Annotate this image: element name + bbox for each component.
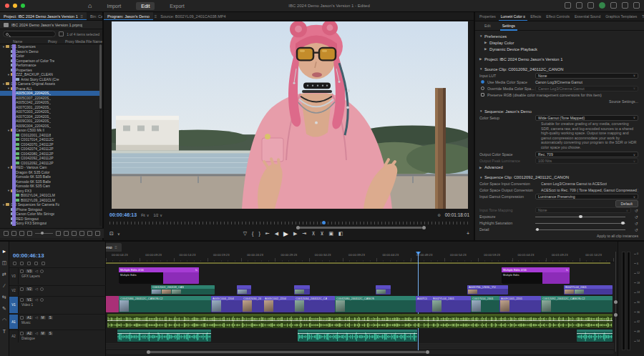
play-button[interactable]: ▶ bbox=[283, 230, 288, 237]
new-item-icon[interactable] bbox=[87, 231, 92, 236]
compact-track-a5[interactable] bbox=[106, 347, 614, 349]
graphics-clip[interactable]: Multiple Edits 4:56fxMultiple Edits bbox=[119, 267, 199, 284]
video-clip[interactable]: A009C001_2201 bbox=[499, 296, 541, 312]
video-clip[interactable]: C0012092_240112C_CANON.C2 bbox=[541, 296, 613, 312]
eye-icon[interactable] bbox=[40, 298, 44, 302]
tab-source[interactable]: Source: B002YL09_2401CA038.MP4 bbox=[157, 12, 229, 21]
video-clip[interactable] bbox=[106, 296, 119, 312]
project-file-row[interactable]: IBC 2024 Demo Jason's Version 1.prproj bbox=[0, 21, 102, 29]
video-clip[interactable]: B002YL04_2401 bbox=[431, 296, 471, 312]
target-icon[interactable]: ◁ bbox=[35, 287, 38, 291]
icon-view-icon[interactable] bbox=[19, 231, 24, 236]
export-frame-button[interactable]: ▣ bbox=[328, 230, 333, 237]
zoom-level-dropdown[interactable]: Fit∨ bbox=[141, 213, 149, 217]
video-clip[interactable]: C0042080_240112C_CANON bbox=[335, 296, 416, 312]
tab-text[interactable]: Text bbox=[640, 12, 644, 21]
track-badge[interactable]: V1 bbox=[26, 298, 33, 302]
source-patch-v2[interactable]: V2 bbox=[9, 286, 19, 295]
volume-rubber-band[interactable] bbox=[107, 320, 401, 321]
tab-program[interactable]: Program: Jason's Demo bbox=[104, 12, 153, 21]
track-name[interactable]: GFX Layers bbox=[21, 275, 104, 278]
track-name[interactable]: Music bbox=[21, 321, 104, 325]
lock-icon[interactable] bbox=[20, 332, 24, 335]
reset-icon[interactable]: ↺ bbox=[631, 208, 638, 213]
track-select-tool[interactable]: ◫ bbox=[2, 260, 7, 266]
go-to-out-button[interactable]: ⇥ bbox=[302, 230, 306, 237]
target-icon[interactable]: ◁ bbox=[35, 269, 38, 273]
dropdown[interactable]: Luminance Preserving∨ bbox=[535, 194, 638, 199]
slider-handle[interactable] bbox=[536, 228, 540, 232]
window-controls[interactable] bbox=[5, 4, 25, 8]
timeline-ruler[interactable]: 00:00:04:2300:00:09:2300:00:14:2300:00:1… bbox=[106, 252, 614, 262]
search-input[interactable] bbox=[3, 31, 56, 37]
track-badge[interactable]: A2 bbox=[26, 332, 33, 335]
slider[interactable] bbox=[535, 217, 625, 217]
solo-button[interactable]: S bbox=[48, 316, 53, 320]
tab-effect-controls[interactable]: Effect Controls bbox=[544, 12, 572, 21]
video-clip[interactable]: C0017014_2401 bbox=[471, 296, 499, 312]
upload-icon[interactable] bbox=[576, 2, 582, 9]
video-clip[interactable] bbox=[376, 285, 391, 295]
tab-essential-sound[interactable]: Essential Sound bbox=[572, 12, 602, 21]
freeform-view-icon[interactable] bbox=[27, 231, 32, 236]
volume-rubber-band[interactable] bbox=[401, 320, 613, 321]
project-tab-1[interactable]: Bin: Canon C500 Mk II bbox=[87, 12, 102, 21]
find-icon[interactable] bbox=[72, 231, 77, 236]
new-bin-icon[interactable] bbox=[79, 231, 84, 236]
solo-button[interactable]: S bbox=[48, 332, 53, 335]
link-apply-to-all-clip-instances[interactable]: Apply to all clip instances bbox=[597, 234, 638, 238]
dialogue-audio-clip[interactable] bbox=[577, 330, 613, 342]
go-to-in-button[interactable]: ⇤ bbox=[265, 230, 270, 237]
target-icon[interactable]: ◁ bbox=[35, 297, 38, 302]
dropdown[interactable]: Canon Log3/Cinema Gamut∨ bbox=[535, 86, 638, 92]
tab-graphics-templates[interactable]: Graphics Templates bbox=[603, 12, 639, 21]
video-clip[interactable]: C0042084_240112C_CANON.C2 bbox=[119, 296, 211, 312]
sort-icon[interactable] bbox=[56, 231, 61, 236]
radio-button[interactable] bbox=[481, 80, 484, 84]
workspaces-icon[interactable] bbox=[587, 2, 594, 9]
panel-menu-icon[interactable]: ≡ bbox=[79, 14, 83, 19]
section-header[interactable]: ▼Preferences bbox=[479, 33, 638, 39]
target-icon[interactable]: ◁ bbox=[35, 331, 38, 335]
slider-handle[interactable] bbox=[579, 215, 582, 219]
scrollbar-handle-right[interactable] bbox=[426, 350, 429, 354]
sequence-timecode[interactable]: 00:00:46:13 bbox=[13, 252, 44, 259]
timeline-settings-icon[interactable] bbox=[42, 262, 45, 265]
section-header[interactable]: ▶Dynamic Device Playback bbox=[479, 46, 638, 52]
monitor-playhead[interactable] bbox=[322, 221, 326, 224]
add-panel-button[interactable]: + bbox=[467, 230, 469, 237]
dialogue-audio-clip[interactable] bbox=[117, 330, 211, 342]
reset-icon[interactable]: ↺ bbox=[631, 214, 638, 219]
type-tool[interactable]: T bbox=[3, 329, 6, 335]
section-header[interactable]: ▼Sequence Clip: C0012092_240112C_CANON bbox=[479, 174, 638, 181]
horizontal-scrollbar[interactable] bbox=[106, 350, 614, 354]
track-badge[interactable]: V3 bbox=[26, 270, 33, 273]
resize-icon[interactable] bbox=[622, 2, 628, 9]
scrollbar-handle-left[interactable] bbox=[147, 350, 150, 354]
video-clip[interactable]: A005C004_2204 bbox=[211, 296, 242, 312]
track-name[interactable]: Dialogue bbox=[21, 337, 104, 340]
volume-rubber-band[interactable] bbox=[117, 333, 211, 334]
mute-button[interactable]: M bbox=[40, 316, 46, 320]
eye-icon[interactable] bbox=[40, 287, 44, 291]
volume-rubber-band[interactable] bbox=[298, 333, 417, 334]
fullscreen-icon[interactable] bbox=[633, 2, 640, 9]
default-button[interactable]: Default bbox=[615, 200, 638, 207]
close-window-button[interactable] bbox=[5, 4, 9, 8]
read-only-icon[interactable] bbox=[4, 231, 9, 236]
mode-tab-export[interactable]: Export bbox=[165, 2, 189, 10]
dialogue-audio-clip[interactable] bbox=[298, 330, 417, 342]
extract-button[interactable]: ⊻ bbox=[320, 230, 323, 237]
avatar[interactable] bbox=[599, 2, 605, 9]
mark-out-button[interactable]: } bbox=[258, 230, 260, 237]
dropdown[interactable]: None∨ bbox=[535, 73, 638, 79]
delete-icon[interactable] bbox=[95, 231, 100, 236]
scrollbar-handle[interactable] bbox=[147, 351, 426, 353]
source-patch-v1[interactable]: V1 bbox=[9, 297, 19, 313]
lock-icon[interactable] bbox=[20, 298, 24, 302]
zoom-slider[interactable] bbox=[35, 233, 53, 234]
column-proxy-media[interactable]: Proxy Media File Name bbox=[65, 39, 102, 44]
eye-icon[interactable] bbox=[40, 270, 44, 273]
project-tab-0[interactable]: Project: IBC 2024 Demo Jason's Version 1… bbox=[0, 12, 87, 21]
column-name[interactable]: Name bbox=[13, 39, 48, 44]
